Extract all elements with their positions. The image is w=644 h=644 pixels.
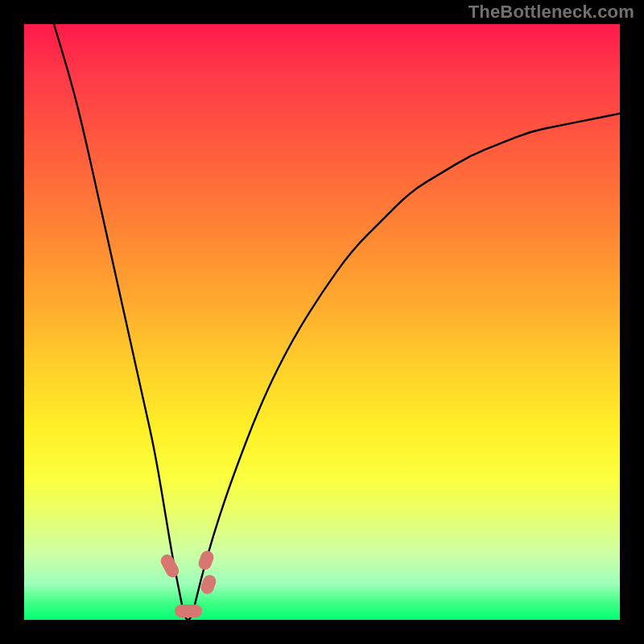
curve-path [54, 24, 620, 620]
plot-area [24, 24, 620, 620]
blob-bottom [175, 605, 202, 617]
watermark-text: TheBottleneck.com [469, 2, 634, 23]
chart-frame: TheBottleneck.com [0, 0, 644, 644]
bottleneck-curve [24, 24, 620, 620]
